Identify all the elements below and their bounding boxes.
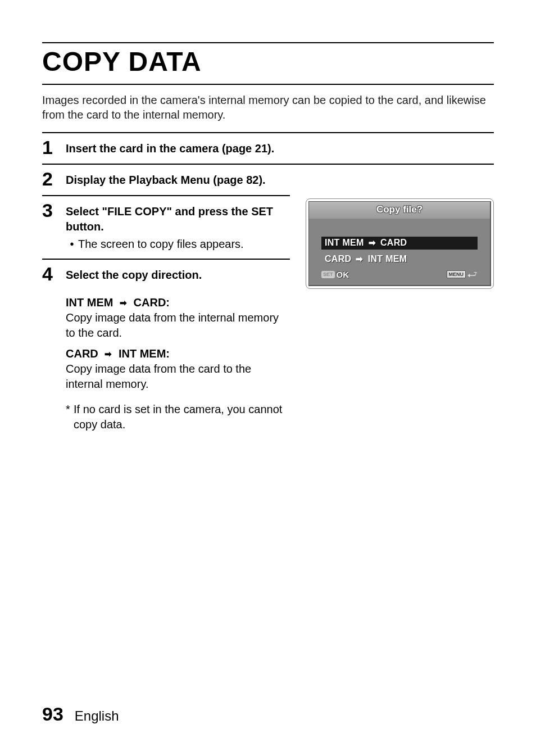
option-1-label: INT MEM ➡ CARD:: [66, 295, 290, 310]
title-underline: [42, 84, 494, 85]
step-4: 4 Select the copy direction. INT MEM ➡ C…: [42, 263, 290, 432]
return-icon: ⮐: [467, 269, 478, 279]
top-rule: [42, 42, 494, 43]
right-column: Copy file? INT MEM ➡ CARD CARD ➡ INT MEM: [306, 188, 494, 432]
asterisk: *: [66, 402, 74, 432]
opt1-left: INT MEM: [66, 296, 113, 309]
arrow-right-icon: ➡: [105, 348, 112, 360]
dialog-footer: SET OK MENU ⮐: [321, 269, 478, 279]
dialog-option-card-to-intmem[interactable]: CARD ➡ INT MEM: [321, 253, 478, 266]
intro-text: Images recorded in the camera's internal…: [42, 93, 494, 122]
dialog-option-intmem-to-card[interactable]: INT MEM ➡ CARD: [321, 237, 478, 250]
step-3-bullet-text: The screen to copy files appears.: [78, 237, 244, 252]
opt2-left: CARD: [66, 347, 98, 360]
ok-label: OK: [337, 270, 349, 279]
arrow-right-icon: ➡: [120, 297, 127, 309]
step-1-number: 1: [42, 137, 66, 157]
arrow-right-icon: ➡: [356, 254, 363, 264]
bullet-dot: •: [66, 237, 78, 252]
pre-steps-rule: [42, 132, 494, 133]
camera-dialog: Copy file? INT MEM ➡ CARD CARD ➡ INT MEM: [308, 201, 491, 286]
step-3-bullet: • The screen to copy files appears.: [66, 237, 290, 252]
camera-dialog-frame: Copy file? INT MEM ➡ CARD CARD ➡ INT MEM: [306, 198, 494, 289]
page-footer: 93 English: [42, 703, 119, 725]
content-columns: 3 Select "FILE COPY" and press the SET b…: [42, 188, 494, 432]
step-1: 1 Insert the card in the camera (page 21…: [42, 137, 494, 157]
page-title: COPY DATA: [42, 46, 494, 77]
option-1-desc: Copy image data from the internal memory…: [66, 310, 290, 341]
step-2: 2 Display the Playback Menu (page 82).: [42, 168, 494, 188]
menu-icon: MENU: [447, 270, 466, 278]
dialog-title: Copy file?: [309, 202, 490, 219]
step-4-heading: Select the copy direction.: [66, 268, 290, 283]
opt2-right: INT MEM:: [119, 347, 170, 360]
note-text: If no card is set in the camera, you can…: [74, 402, 290, 432]
language-label: English: [75, 708, 119, 724]
opt1-right: CARD:: [134, 296, 170, 309]
left-column: 3 Select "FILE COPY" and press the SET b…: [42, 188, 290, 432]
step-4-note: * If no card is set in the camera, you c…: [66, 402, 290, 432]
dialog-menu-back[interactable]: MENU ⮐: [447, 269, 478, 279]
step-4-number: 4: [42, 263, 66, 283]
option-2-desc: Copy image data from the card to the int…: [66, 361, 290, 392]
page-number: 93: [42, 703, 63, 725]
dialog-opt2-right: INT MEM: [368, 254, 407, 264]
option-2-label: CARD ➡ INT MEM:: [66, 346, 290, 361]
step-2-number: 2: [42, 168, 66, 188]
set-icon: SET: [321, 271, 335, 278]
dialog-opt2-left: CARD: [325, 254, 351, 264]
dialog-opt1-right: CARD: [380, 238, 407, 248]
dialog-body: INT MEM ➡ CARD CARD ➡ INT MEM SET OK: [309, 219, 490, 285]
step-3-heading: Select "FILE COPY" and press the SET but…: [66, 204, 290, 234]
step-3: 3 Select "FILE COPY" and press the SET b…: [42, 200, 290, 252]
step-2-rule: [42, 195, 290, 196]
step-2-text: Display the Playback Menu (page 82).: [66, 174, 266, 186]
dialog-opt1-left: INT MEM: [325, 238, 364, 248]
step-3-rule: [42, 259, 290, 260]
step-1-text: Insert the card in the camera (page 21).: [66, 142, 274, 155]
step-1-rule: [42, 164, 494, 165]
arrow-right-icon: ➡: [369, 238, 376, 248]
step-3-number: 3: [42, 200, 66, 220]
dialog-set-ok[interactable]: SET OK: [321, 270, 349, 279]
